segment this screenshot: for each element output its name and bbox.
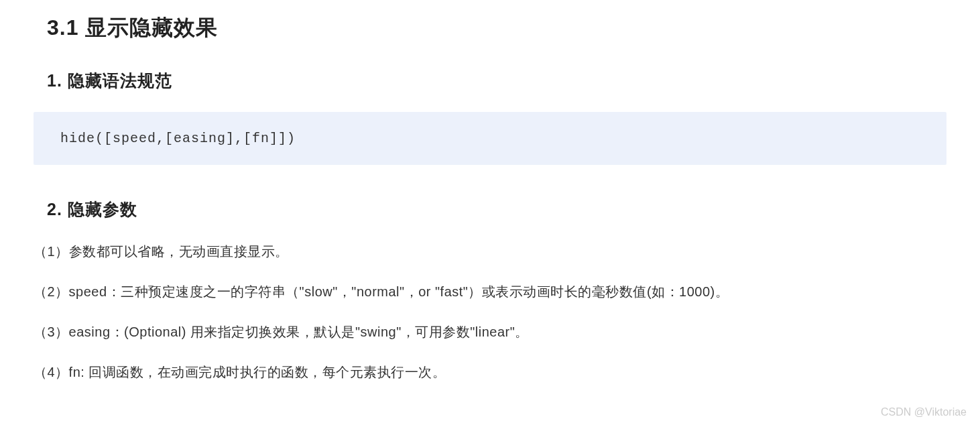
params-list: （1）参数都可以省略，无动画直接显示。 （2）speed：三种预定速度之一的字符… [34,241,946,383]
param-item: （4）fn: 回调函数，在动画完成时执行的函数，每个元素执行一次。 [34,361,946,383]
params-heading: 2. 隐藏参数 [47,198,946,221]
section-title: 3.1 显示隐藏效果 [47,13,946,43]
param-item: （1）参数都可以省略，无动画直接显示。 [34,241,946,262]
param-item: （3）easing：(Optional) 用来指定切换效果，默认是"swing"… [34,321,946,343]
param-item: （2）speed：三种预定速度之一的字符串（"slow"，"normal"，or… [34,281,946,302]
syntax-heading: 1. 隐藏语法规范 [47,70,946,92]
watermark: CSDN @Viktoriae [881,406,967,415]
code-block: hide([speed,[easing],[fn]]) [34,112,946,165]
